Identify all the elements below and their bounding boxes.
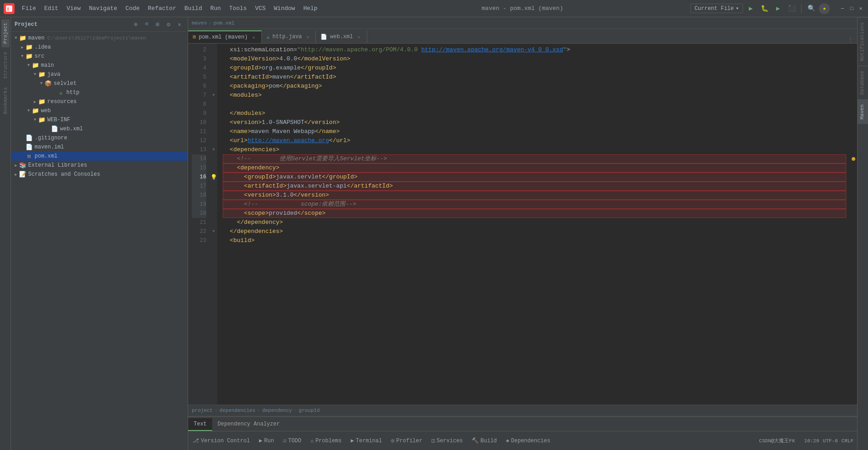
dependencies-button[interactable]: ◈ Dependencies (501, 434, 555, 448)
tree-arrow-idea[interactable]: ▶ (19, 44, 25, 50)
build-config-selector[interactable]: Current File ▾ (690, 4, 743, 13)
tips-button[interactable]: ★ (819, 3, 830, 14)
bottom-tabs: Text Dependency Analyzer (188, 416, 857, 431)
tree-item-maven-root[interactable]: ▼ 📁 maven C:\Users\35127\IdeaProjects\ma… (11, 34, 188, 43)
line-sep-indicator: CRLF (842, 438, 853, 444)
menu-window[interactable]: Window (270, 3, 299, 14)
package-icon: 📦 (45, 80, 52, 87)
xpath-dependencies[interactable]: dependencies (219, 408, 255, 413)
debug-button[interactable]: 🐛 (758, 3, 770, 15)
search-everywhere-button[interactable]: 🔍 (805, 3, 817, 15)
tab-pomxml[interactable]: m pom.xml (maven) ✕ (188, 30, 262, 43)
menu-file[interactable]: File (18, 3, 40, 14)
run-button[interactable]: ▶ (745, 3, 757, 15)
right-panel-notifications[interactable]: Notifications (858, 17, 868, 66)
tree-item-maveniml[interactable]: ▶ 📄 maven.iml (11, 143, 188, 152)
tree-arrow-extlib[interactable]: ▶ (13, 162, 19, 168)
tree-item-main[interactable]: ▼ 📁 main (11, 61, 188, 70)
tree-item-scratches[interactable]: ▶ 📝 Scratches and Consoles (11, 170, 188, 179)
tab-webxml-close[interactable]: ✕ (356, 34, 362, 40)
menu-code[interactable]: Code (122, 3, 143, 14)
tree-arrow-scratches[interactable]: ▶ (13, 171, 19, 178)
code-editor[interactable]: xsi:schemaLocation="http://maven.apache.… (217, 44, 852, 405)
tab-webxml[interactable]: 📄 web.xml ✕ (316, 30, 367, 43)
tab-http[interactable]: ☕ http.java ✕ (262, 30, 316, 43)
tree-arrow-src[interactable]: ▼ (19, 53, 25, 59)
maximize-button[interactable]: □ (848, 5, 855, 12)
version-control-button[interactable]: ⎇ Version Control (188, 434, 254, 448)
right-panel-maven[interactable]: Maven (858, 99, 868, 124)
bottom-tab-dependency-analyzer[interactable]: Dependency Analyzer (212, 418, 285, 431)
bottom-tab-text[interactable]: Text (188, 418, 212, 431)
tree-item-pomxml[interactable]: ▶ m pom.xml (11, 152, 188, 161)
menu-tools[interactable]: Tools (225, 3, 250, 14)
add-content-root-button[interactable]: ⊕ (131, 20, 140, 29)
minimize-button[interactable]: ─ (839, 5, 846, 12)
tree-item-gitignore[interactable]: ▶ 📄 .gitignore (11, 134, 188, 143)
tree-arrow-java[interactable]: ▼ (32, 71, 38, 78)
menu-refactor[interactable]: Refactor (144, 3, 180, 14)
deps-icon: ◈ (506, 437, 509, 444)
build-tool-button[interactable]: 🔨 Build (467, 434, 501, 448)
tree-item-src[interactable]: ▼ 📁 src (11, 52, 188, 61)
filter-button[interactable]: ⊞ (153, 20, 162, 29)
profiler-label: Profiler (396, 438, 423, 444)
sidebar-item-project[interactable]: Project (1, 19, 10, 47)
menu-view[interactable]: View (63, 3, 84, 14)
menu-build[interactable]: Build (181, 3, 206, 14)
tree-item-selvlet[interactable]: ▼ 📦 selvlet (11, 79, 188, 88)
xpath-project[interactable]: project (192, 408, 213, 413)
menu-navigate[interactable]: Navigate (85, 3, 121, 14)
code-line-14: <!-- 使用Servlet需要导入Servlet坐标--> (223, 154, 846, 163)
run-with-coverage-button[interactable]: ▶ (772, 3, 784, 15)
error-gutter (852, 44, 857, 405)
todo-button[interactable]: ☑ TODO (279, 434, 306, 448)
menu-edit[interactable]: Edit (40, 3, 62, 14)
breadcrumb-maven[interactable]: maven (192, 20, 207, 26)
sidebar-item-bookmarks[interactable]: Bookmarks (1, 84, 10, 118)
tree-arrow-resources[interactable]: ▶ (32, 99, 38, 105)
tree-label-web: web (41, 108, 51, 114)
fold-modules-icon[interactable]: ▼ (212, 93, 215, 98)
tree-arrow-selvlet[interactable]: ▼ (38, 80, 45, 87)
tree-item-webinf[interactable]: ▼ 📁 WEB-INF (11, 115, 188, 124)
right-panel-database[interactable]: Database (858, 66, 868, 99)
tree-arrow-main[interactable]: ▼ (25, 62, 32, 69)
close-panel-button[interactable]: ✕ (175, 20, 184, 29)
run-tool-button[interactable]: ▶ Run (254, 434, 279, 448)
close-button[interactable]: ✕ (857, 5, 864, 12)
editor-content[interactable]: 2 3 4 5 6 7 8 9 10 11 12 13 14 15 16 17 … (188, 44, 857, 405)
tab-more-button[interactable]: ⋮ (844, 36, 857, 43)
tab-http-close[interactable]: ✕ (304, 34, 311, 40)
tree-item-java[interactable]: ▼ 📁 java (11, 70, 188, 79)
menu-vcs[interactable]: VCS (251, 3, 269, 14)
bulb-icon[interactable]: 💡 (210, 174, 217, 181)
tree-arrow-maven[interactable]: ▼ (13, 35, 19, 41)
tree-item-resources[interactable]: ▶ 📁 resources (11, 97, 188, 106)
settings-button[interactable]: ⚙ (164, 20, 173, 29)
breadcrumb-file[interactable]: pom.xml (214, 20, 234, 26)
xpath-dependency[interactable]: dependency (262, 408, 292, 413)
project-header: Project ⊕ ≡ ⊞ ⚙ ✕ (11, 17, 188, 32)
tree-item-web-xml[interactable]: ▶ 📄 web.xml (11, 124, 188, 134)
tree-arrow-webinf[interactable]: ▼ (32, 117, 38, 123)
problems-button[interactable]: ⚠ Problems (306, 434, 346, 448)
tree-item-extlib[interactable]: ▶ 📚 External Libraries (11, 161, 188, 170)
menu-run[interactable]: Run (207, 3, 224, 14)
tree-item-http[interactable]: ▶ ☕ http (11, 88, 188, 97)
xpath-groupid[interactable]: groupId (299, 408, 319, 413)
stop-button[interactable]: ⬛ (786, 3, 798, 15)
menu-help[interactable]: Help (299, 3, 321, 14)
services-button[interactable]: ◫ Services (427, 434, 467, 448)
collapse-all-button[interactable]: ≡ (142, 20, 151, 29)
tree-item-idea[interactable]: ▶ 📁 .idea (11, 43, 188, 52)
fold-dependencies-icon[interactable]: ▼ (212, 148, 215, 152)
fold-deps-end-icon[interactable]: ▼ (212, 229, 215, 234)
profiler-button[interactable]: ◎ Profiler (387, 434, 427, 448)
tree-item-web[interactable]: ▼ 📁 web (11, 106, 188, 115)
terminal-button[interactable]: ▶ Terminal (346, 434, 387, 448)
tree-arrow-web[interactable]: ▼ (25, 108, 32, 114)
tab-pomxml-close[interactable]: ✕ (250, 34, 257, 40)
code-line-5: <artifactId>maven</artifactId> (223, 73, 846, 82)
sidebar-item-structure[interactable]: Structure (1, 48, 10, 82)
